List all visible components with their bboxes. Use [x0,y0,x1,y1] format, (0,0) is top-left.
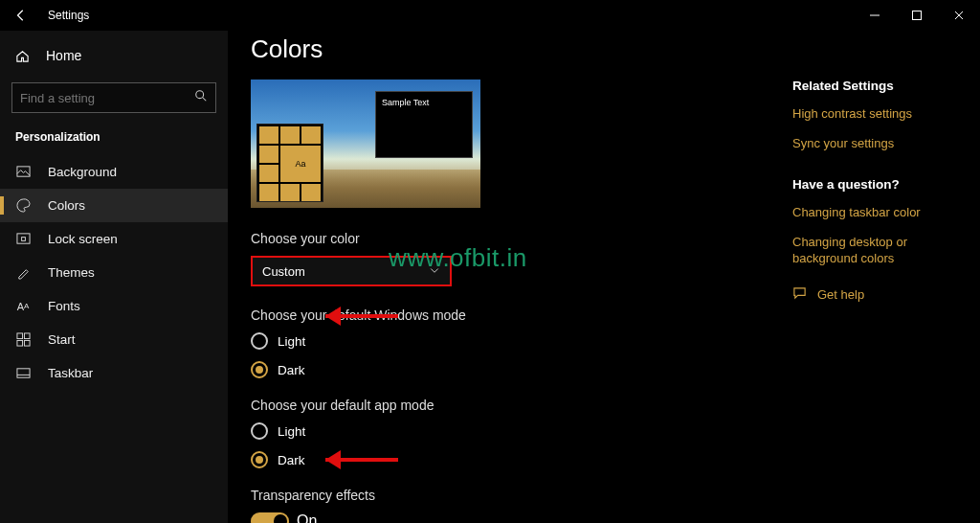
windows-mode-dark[interactable]: Dark [251,361,769,378]
toggle-icon [251,512,289,523]
choose-color-dropdown[interactable]: Custom [251,256,452,286]
maximize-button[interactable] [896,0,938,31]
sidebar-item-fonts[interactable]: AA Fonts [0,289,228,323]
transparency-value: On [297,512,317,523]
search-box[interactable] [11,82,216,113]
link-taskbar-color[interactable]: Changing taskbar color [792,205,963,221]
preview-window: Sample Text [375,91,473,158]
choose-color-value: Custom [262,264,305,279]
link-desktop-colors[interactable]: Changing desktop or background colors [792,235,963,267]
svg-rect-4 [21,238,25,241]
sidebar-item-label: Lock screen [48,232,118,246]
have-question-heading: Have a question? [792,177,963,192]
svg-rect-3 [16,234,29,243]
sidebar: Home Personalization Background Colors L… [0,31,228,523]
radio-icon [251,451,268,468]
nav-home-label: Home [46,48,81,63]
close-button[interactable] [938,0,980,31]
radio-icon [251,361,268,378]
sidebar-item-colors[interactable]: Colors [0,189,228,222]
search-icon [194,89,208,106]
preview-aa: Aa [280,146,321,182]
svg-rect-5 [16,333,22,339]
app-mode-light[interactable]: Light [251,422,769,440]
chevron-down-icon [429,264,440,279]
choose-color-label: Choose your color [251,231,769,246]
titlebar: Settings [0,0,980,31]
fonts-icon: AA [15,301,31,312]
palette-icon [15,198,31,213]
radio-label: Dark [278,363,305,377]
app-mode-dark[interactable]: Dark [251,451,769,468]
window-title: Settings [48,9,89,22]
sidebar-item-lock-screen[interactable]: Lock screen [0,222,228,256]
search-input[interactable] [20,91,194,105]
link-sync-settings[interactable]: Sync your settings [792,136,963,152]
svg-rect-9 [16,369,29,377]
sidebar-item-themes[interactable]: Themes [0,256,228,289]
sidebar-item-start[interactable]: Start [0,323,228,356]
sidebar-item-label: Taskbar [48,366,93,380]
radio-icon [251,422,268,440]
transparency-toggle[interactable]: On [251,512,769,523]
annotation-arrow-icon [325,453,412,466]
nav-home[interactable]: Home [0,38,228,73]
transparency-label: Transparency effects [251,488,769,503]
get-help-link[interactable]: Get help [792,285,963,303]
image-icon [15,165,31,179]
app-mode-label: Choose your default app mode [251,398,769,413]
link-high-contrast[interactable]: High contrast settings [792,106,963,123]
lock-screen-icon [15,232,31,246]
annotation-arrow-icon [325,309,412,323]
color-preview: Aa Sample Text [251,80,480,208]
svg-rect-6 [24,333,30,339]
back-button[interactable] [10,4,33,27]
preview-sample-text: Sample Text [382,98,429,107]
themes-icon [15,265,31,280]
radio-label: Dark [278,453,305,467]
start-icon [15,332,31,347]
sidebar-item-label: Start [48,332,76,347]
page-heading: Colors [251,34,769,64]
related-settings-heading: Related Settings [792,79,963,93]
radio-label: Light [278,334,305,349]
main-content: Colors Aa Sample Text Choose your color … [228,31,792,523]
minimize-button[interactable] [854,0,896,31]
sidebar-category: Personalization [0,126,228,155]
get-help-label: Get help [817,287,864,302]
home-icon [15,49,31,63]
svg-point-1 [196,91,204,99]
svg-rect-0 [913,11,922,20]
sidebar-item-label: Background [48,165,117,179]
sidebar-item-label: Colors [48,198,85,213]
windows-mode-light[interactable]: Light [251,332,769,350]
radio-icon [251,332,268,350]
svg-rect-8 [24,340,30,346]
taskbar-icon [15,366,31,380]
svg-rect-7 [16,340,22,346]
right-column: Related Settings High contrast settings … [792,31,980,523]
radio-label: Light [278,424,305,439]
chat-icon [792,285,808,303]
sidebar-item-background[interactable]: Background [0,155,228,189]
sidebar-item-label: Fonts [48,299,80,313]
sidebar-item-label: Themes [48,265,95,280]
sidebar-item-taskbar[interactable]: Taskbar [0,356,228,390]
